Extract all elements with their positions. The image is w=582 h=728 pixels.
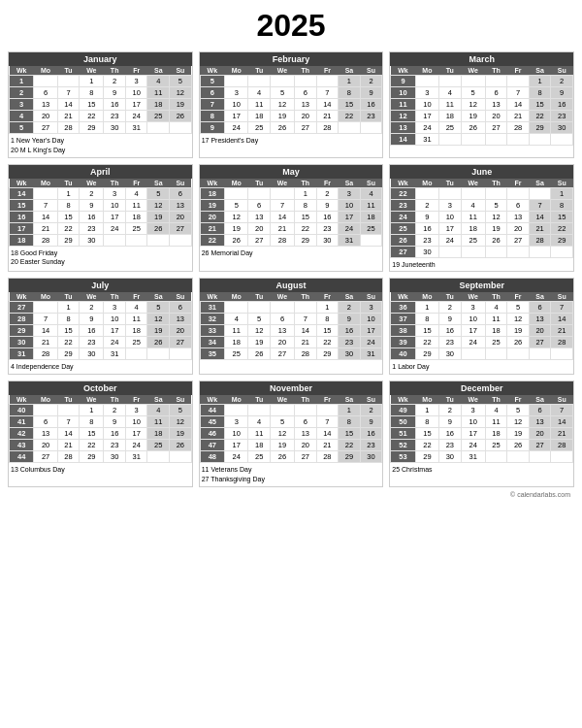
calendar-cell: 23 (360, 111, 382, 122)
calendar-cell: 2 (80, 187, 104, 199)
calendar-cell: 19 (270, 440, 294, 451)
calendar-cell (439, 187, 462, 199)
calendar-cell: 10 (360, 314, 382, 325)
calendar-cell: 31 (104, 348, 126, 360)
calendar-cell: 11 (147, 87, 170, 99)
day-col-header: Th (295, 66, 317, 76)
calendar-cell (34, 405, 57, 416)
calendar-cell: 12 (485, 211, 507, 222)
day-col-header: We (80, 292, 104, 302)
calendar-cell (529, 187, 551, 199)
calendar-cell (316, 405, 339, 416)
table-row: 3525262728293031 (200, 348, 382, 360)
calendar-cell: 20 (248, 222, 271, 234)
calendar-cell: 8 (80, 87, 104, 99)
calendar-cell: 5 (485, 199, 507, 211)
calendar-cell: 19 (170, 428, 192, 440)
calendar-cell: 5 (170, 76, 192, 87)
calendar-cell: 20 (170, 211, 192, 222)
calendar-cell: 15 (551, 211, 573, 222)
table-row: 3922232425262728 (391, 337, 573, 348)
calendar-cell: 17 (225, 440, 248, 451)
calendar-cell: 8 (57, 199, 80, 211)
calendar-cell: 18 (225, 337, 248, 348)
wk-col-header: Wk (10, 179, 34, 188)
calendar-cell: 8 (551, 199, 573, 211)
calendar-cell: 21 (270, 222, 294, 234)
table-row: 817181920212223 (200, 111, 382, 122)
calendar-cell (34, 302, 57, 314)
day-col-header: Fr (125, 292, 147, 302)
calendar-cell: 21 (57, 440, 80, 451)
calendar-cell: 1 (415, 302, 438, 314)
calendar-cell: 13 (507, 211, 530, 222)
calendar-cell: 15 (316, 325, 339, 337)
calendar-cell: 15 (339, 428, 361, 440)
calendar-cell: 27 (391, 246, 415, 257)
calendar-cell: 46 (200, 428, 224, 440)
calendar-cell: 11 (248, 99, 271, 111)
calendar-cell (339, 122, 361, 134)
calendar-cell: 40 (10, 405, 34, 416)
month-header: July (9, 279, 192, 292)
calendar-cell (147, 122, 170, 134)
calendar-cell (461, 246, 485, 257)
calendar-cell: 19 (147, 325, 170, 337)
calendar-cell: 13 (170, 199, 192, 211)
calendar-cell: 28 (316, 122, 339, 134)
calendar-cell: 27 (34, 122, 57, 134)
calendar-cell: 18 (10, 234, 34, 246)
calendar-cell: 26 (391, 234, 415, 246)
table-row: 3021222324252627 (10, 337, 192, 348)
table-row: 710111213141516 (200, 99, 382, 111)
holidays-list: 26 Memorial Day (200, 247, 383, 260)
calendar-cell: 8 (339, 416, 361, 428)
table-row: 361234567 (391, 302, 573, 314)
day-col-header: Fr (125, 66, 147, 76)
day-col-header: We (270, 66, 294, 76)
calendar-cell (485, 348, 507, 360)
calendar-cell (147, 348, 170, 360)
calendar-cell: 19 (507, 428, 530, 440)
calendar-cell: 27 (529, 440, 551, 451)
calendar-cell: 25 (485, 337, 507, 348)
calendar-cell (551, 451, 573, 463)
calendar-cell: 19 (485, 222, 507, 234)
day-col-header: Tu (57, 292, 80, 302)
calendar-cell: 5 (170, 405, 192, 416)
calendar-cell: 53 (391, 451, 415, 463)
table-row: 5115161718192021 (391, 428, 573, 440)
calendar-cell: 4 (225, 314, 248, 325)
day-col-header: Tu (248, 66, 271, 76)
calendar-cell: 6 (270, 314, 294, 325)
holiday-item: 4 Independence Day (11, 362, 190, 372)
calendar-cell: 14 (34, 211, 57, 222)
calendar-cell: 27 (485, 122, 507, 134)
calendar-cell: 6 (529, 405, 551, 416)
calendar-cell: 30 (104, 451, 126, 463)
day-col-header: Su (170, 179, 192, 188)
calendar-cell: 30 (10, 337, 34, 348)
table-row: 31123 (200, 302, 382, 314)
day-col-header: We (80, 179, 104, 188)
table-row: 22262728293031 (200, 234, 382, 246)
calendar-cell: 27 (295, 122, 317, 134)
table-row: 3245678910 (200, 314, 382, 325)
day-col-header: We (461, 179, 485, 188)
calendar-cell: 26 (170, 440, 192, 451)
calendar-cell: 28 (57, 451, 80, 463)
calendar-cell: 26 (485, 234, 507, 246)
calendar-cell: 17 (125, 99, 147, 111)
holiday-item: 19 Juneteenth (392, 260, 571, 270)
calendar-cell: 30 (104, 122, 126, 134)
calendar-cell: 21 (57, 111, 80, 122)
calendar-cell: 12 (147, 314, 170, 325)
day-col-header: We (461, 292, 485, 302)
calendar-cell: 6 (170, 302, 192, 314)
calendar-cell: 26 (248, 348, 271, 360)
calendar-cell: 24 (125, 111, 147, 122)
calendar-cell: 12 (170, 416, 192, 428)
day-col-header: Tu (248, 395, 271, 405)
calendar-cell: 25 (147, 111, 170, 122)
calendar-cell: 12 (225, 211, 248, 222)
